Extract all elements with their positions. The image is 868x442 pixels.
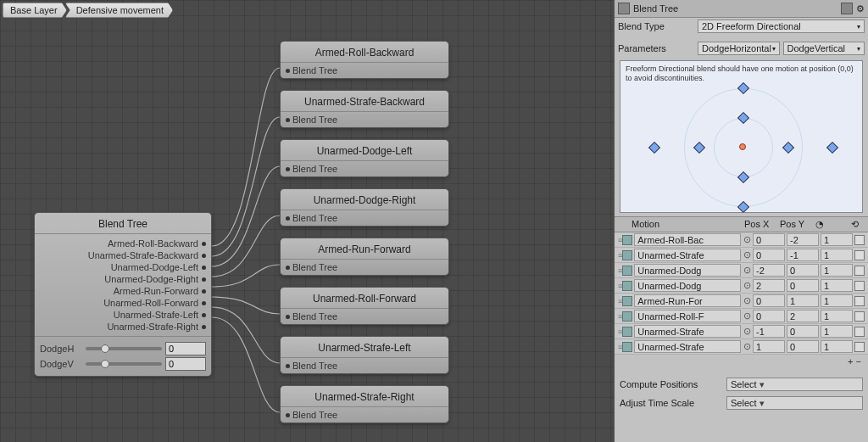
mirror-checkbox[interactable]	[854, 250, 865, 260]
timescale-field[interactable]: 1	[821, 233, 853, 246]
node-title: Armed-Roll-Backward	[281, 42, 448, 63]
mirror-icon: ⟲	[851, 219, 859, 229]
motion-row[interactable]: ≡ Unarmed-Roll-F ⊙ 0 2 1	[615, 309, 868, 324]
timescale-field[interactable]: 1	[821, 264, 853, 277]
slider-value[interactable]: 0	[165, 342, 206, 355]
motion-row[interactable]: ≡ Unarmed-Strafe ⊙ 0 -1 1	[615, 248, 868, 263]
breadcrumb-item[interactable]: Defensive movement	[65, 3, 173, 18]
pos-x-field[interactable]: 2	[753, 279, 785, 292]
blend-tree-node[interactable]: Blend Tree Armed-Roll-Backward Unarmed-S…	[34, 212, 212, 377]
pos-y-field[interactable]: -2	[787, 233, 819, 246]
child-blend-node[interactable]: Unarmed-Strafe-Backward Blend Tree	[280, 90, 449, 128]
mirror-checkbox[interactable]	[854, 235, 865, 245]
motion-row[interactable]: ≡ Armed-Roll-Bac ⊙ 0 -2 1	[615, 232, 868, 248]
output-port: Armed-Roll-Backward	[35, 238, 211, 249]
blend-point[interactable]	[826, 142, 838, 154]
breadcrumb-item[interactable]: Base Layer	[3, 3, 67, 18]
motion-field[interactable]: Unarmed-Dodg	[634, 264, 741, 277]
motion-row[interactable]: ≡ Unarmed-Dodg ⊙ -2 0 1	[615, 263, 868, 278]
object-picker-icon[interactable]: ⊙	[743, 326, 751, 337]
timescale-field[interactable]: 1	[821, 325, 853, 338]
param-y-dropdown[interactable]: DodgeVertical	[783, 42, 865, 55]
adjust-time-scale-dropdown[interactable]: Select▾	[726, 396, 863, 410]
mirror-checkbox[interactable]	[854, 266, 865, 276]
gear-icon[interactable]: ⚙	[856, 3, 865, 14]
pos-x-field[interactable]: 0	[753, 249, 785, 261]
pos-x-field[interactable]: 1	[753, 340, 785, 353]
pos-y-field[interactable]: 0	[787, 264, 819, 277]
drag-handle-icon[interactable]: ≡	[618, 251, 620, 260]
motion-field[interactable]: Unarmed-Dodg	[634, 279, 741, 292]
object-picker-icon[interactable]: ⊙	[743, 295, 751, 306]
timescale-field[interactable]: 1	[821, 310, 853, 322]
object-picker-icon[interactable]: ⊙	[743, 234, 751, 245]
motion-row[interactable]: ≡ Unarmed-Strafe ⊙ -1 0 1	[615, 324, 868, 339]
drag-handle-icon[interactable]: ≡	[618, 343, 620, 351]
pos-y-field[interactable]: 1	[787, 294, 819, 307]
motion-field[interactable]: Armed-Run-For	[634, 294, 741, 307]
slider-value[interactable]: 0	[165, 357, 206, 371]
timescale-field[interactable]: 1	[821, 340, 853, 353]
child-blend-node[interactable]: Armed-Run-Forward Blend Tree	[280, 238, 449, 276]
mirror-checkbox[interactable]	[854, 281, 865, 291]
drag-handle-icon[interactable]: ≡	[618, 282, 620, 290]
pos-x-field[interactable]: -2	[753, 264, 785, 277]
pos-y-field[interactable]: 2	[787, 310, 819, 322]
motion-field[interactable]: Unarmed-Strafe	[634, 325, 741, 338]
drag-handle-icon[interactable]: ≡	[618, 312, 620, 321]
mirror-checkbox[interactable]	[854, 327, 865, 337]
child-blend-node[interactable]: Unarmed-Strafe-Right Blend Tree	[280, 385, 449, 423]
add-remove-buttons[interactable]: + −	[615, 355, 868, 368]
child-blend-node[interactable]: Unarmed-Strafe-Left Blend Tree	[280, 336, 449, 374]
timescale-field[interactable]: 1	[821, 294, 853, 307]
object-picker-icon[interactable]: ⊙	[743, 341, 751, 352]
object-picker-icon[interactable]: ⊙	[743, 249, 751, 260]
pos-y-field[interactable]: 0	[787, 279, 819, 292]
object-picker-icon[interactable]: ⊙	[743, 311, 751, 322]
pos-x-field[interactable]: 0	[753, 310, 785, 322]
object-picker-icon[interactable]: ⊙	[743, 280, 751, 291]
compute-positions-dropdown[interactable]: Select▾	[726, 378, 863, 391]
blend-type-dropdown[interactable]: 2D Freeform Directional	[698, 20, 865, 33]
mirror-checkbox[interactable]	[854, 342, 865, 352]
pos-y-field[interactable]: -1	[787, 249, 819, 261]
timescale-field[interactable]: 1	[821, 249, 853, 261]
drag-handle-icon[interactable]: ≡	[618, 297, 620, 305]
pos-x-field[interactable]: -1	[753, 325, 785, 338]
slider-track[interactable]	[86, 347, 162, 350]
parameter-slider[interactable]: DodgeV 0	[40, 357, 206, 371]
pos-y-field[interactable]: 0	[787, 325, 819, 338]
pos-x-field[interactable]: 0	[753, 233, 785, 246]
child-blend-node[interactable]: Unarmed-Roll-Forward Blend Tree	[280, 287, 449, 325]
motion-row[interactable]: ≡ Armed-Run-For ⊙ 0 1 1	[615, 294, 868, 309]
param-x-dropdown[interactable]: DodgeHorizontal	[698, 42, 780, 55]
motion-field[interactable]: Unarmed-Roll-F	[634, 310, 741, 322]
motion-row[interactable]: ≡ Unarmed-Strafe ⊙ 1 0 1	[615, 339, 868, 355]
parameter-slider[interactable]: DodgeH 0	[40, 342, 206, 355]
animator-graph[interactable]: Base Layer Defensive movement Blend Tree…	[0, 0, 614, 442]
timescale-field[interactable]: 1	[821, 279, 853, 292]
help-icon[interactable]	[841, 3, 853, 14]
motion-field[interactable]: Armed-Roll-Bac	[634, 233, 741, 246]
motion-field[interactable]: Unarmed-Strafe	[634, 249, 741, 261]
mirror-checkbox[interactable]	[854, 296, 865, 306]
child-blend-node[interactable]: Armed-Roll-Backward Blend Tree	[280, 41, 449, 79]
motion-row[interactable]: ≡ Unarmed-Dodg ⊙ 2 0 1	[615, 278, 868, 294]
object-picker-icon[interactable]: ⊙	[743, 265, 751, 276]
motion-field[interactable]: Unarmed-Strafe	[634, 340, 741, 353]
pos-x-field[interactable]: 0	[753, 294, 785, 307]
pos-y-field[interactable]: 0	[787, 340, 819, 353]
child-blend-node[interactable]: Unarmed-Dodge-Left Blend Tree	[280, 139, 449, 177]
blend-point[interactable]	[648, 142, 660, 154]
drag-handle-icon[interactable]: ≡	[618, 266, 620, 275]
drag-handle-icon[interactable]: ≡	[618, 236, 620, 244]
blend-current-point[interactable]	[739, 143, 746, 150]
blend-visualizer[interactable]: Freeform Directional blend should have o…	[620, 60, 863, 213]
compute-positions-label: Compute Positions	[620, 379, 721, 389]
slider-track[interactable]	[86, 362, 162, 366]
child-blend-node[interactable]: Unarmed-Dodge-Right Blend Tree	[280, 188, 449, 227]
drag-handle-icon[interactable]: ≡	[618, 327, 620, 336]
slider-thumb[interactable]	[101, 344, 109, 353]
slider-thumb[interactable]	[101, 360, 109, 368]
mirror-checkbox[interactable]	[854, 311, 865, 322]
